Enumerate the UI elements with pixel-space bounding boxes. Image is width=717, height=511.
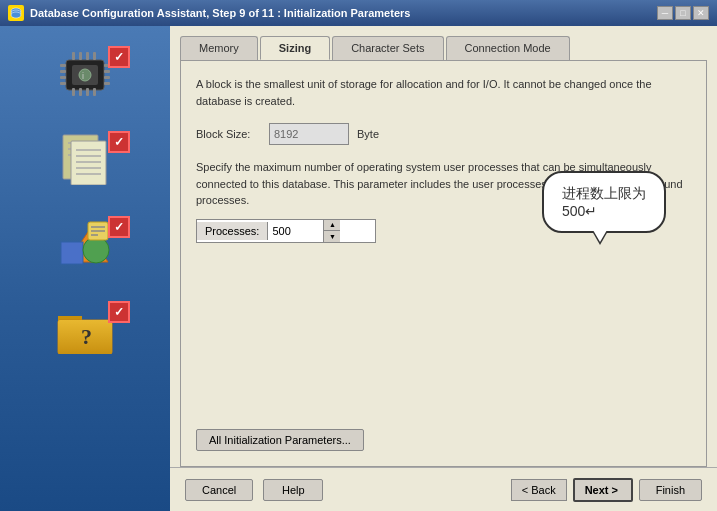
sidebar-item-0: i ✓ [35, 46, 135, 101]
block-size-description: A block is the smallest unit of storage … [196, 76, 691, 109]
svg-rect-19 [86, 88, 89, 96]
svg-rect-17 [72, 88, 75, 96]
svg-rect-7 [60, 76, 66, 79]
svg-rect-10 [104, 70, 110, 73]
help-button[interactable]: Help [263, 479, 323, 501]
check-badge-1: ✓ [108, 131, 130, 153]
minimize-button[interactable]: ─ [657, 6, 673, 20]
shapes-icon [55, 216, 115, 271]
svg-rect-34 [61, 242, 83, 264]
close-button[interactable]: ✕ [693, 6, 709, 20]
maximize-button[interactable]: □ [675, 6, 691, 20]
block-size-row: Block Size: Byte [196, 123, 691, 145]
check-badge-3: ✓ [108, 301, 130, 323]
svg-point-35 [83, 237, 109, 263]
svg-rect-12 [104, 82, 110, 85]
all-params-button[interactable]: All Initialization Parameters... [196, 429, 364, 451]
tab-sizing[interactable]: Sizing [260, 36, 330, 60]
svg-rect-11 [104, 76, 110, 79]
block-size-label: Block Size: [196, 128, 261, 140]
check-badge-2: ✓ [108, 216, 130, 238]
app-icon [8, 5, 24, 21]
svg-text:?: ? [81, 324, 92, 349]
sidebar-item-1: ✓ [35, 131, 135, 186]
svg-rect-8 [60, 82, 66, 85]
svg-rect-14 [79, 52, 82, 60]
back-button[interactable]: < Back [511, 479, 567, 501]
tab-connection-mode[interactable]: Connection Mode [446, 36, 570, 60]
cancel-button[interactable]: Cancel [185, 479, 253, 501]
window-controls: ─ □ ✕ [657, 6, 709, 20]
title-text: Database Configuration Assistant, Step 9… [30, 7, 410, 19]
svg-rect-27 [71, 141, 106, 185]
finish-button[interactable]: Finish [639, 479, 702, 501]
sizing-panel: A block is the smallest unit of storage … [180, 60, 707, 467]
processes-input[interactable] [268, 220, 323, 242]
svg-rect-20 [93, 88, 96, 96]
callout-bubble: 进程数上限为 500↵ [542, 171, 666, 233]
svg-point-2 [11, 12, 21, 18]
callout-line1: 进程数上限为 [562, 185, 646, 203]
bottom-bar: Cancel Help < Back Next > Finish [170, 467, 717, 511]
block-size-unit: Byte [357, 128, 379, 140]
svg-rect-15 [86, 52, 89, 60]
sidebar: i ✓ [0, 26, 170, 511]
svg-rect-6 [60, 70, 66, 73]
documents-icon [55, 131, 115, 186]
tab-character-sets[interactable]: Character Sets [332, 36, 443, 60]
sidebar-item-2: ✓ [35, 216, 135, 271]
svg-rect-5 [60, 64, 66, 67]
block-size-input[interactable] [269, 123, 349, 145]
svg-text:i: i [82, 71, 84, 81]
svg-point-21 [79, 69, 91, 81]
callout-line2: 500↵ [562, 203, 646, 219]
processes-label: Processes: [197, 222, 268, 240]
tab-memory[interactable]: Memory [180, 36, 258, 60]
next-button[interactable]: Next > [573, 478, 633, 502]
title-bar: Database Configuration Assistant, Step 9… [0, 0, 717, 26]
processes-spinner: ▲ ▼ [323, 220, 340, 242]
processes-decrement[interactable]: ▼ [324, 231, 340, 242]
svg-rect-13 [72, 52, 75, 60]
processes-increment[interactable]: ▲ [324, 220, 340, 231]
chip-icon: i [55, 46, 115, 101]
processes-row: Processes: ▲ ▼ [196, 219, 376, 243]
check-badge-0: ✓ [108, 46, 130, 68]
tab-bar: Memory Sizing Character Sets Connection … [180, 36, 707, 60]
svg-rect-16 [93, 52, 96, 60]
sidebar-item-3: ? ✓ [35, 301, 135, 356]
folder-question-icon: ? [55, 301, 115, 356]
svg-rect-18 [79, 88, 82, 96]
